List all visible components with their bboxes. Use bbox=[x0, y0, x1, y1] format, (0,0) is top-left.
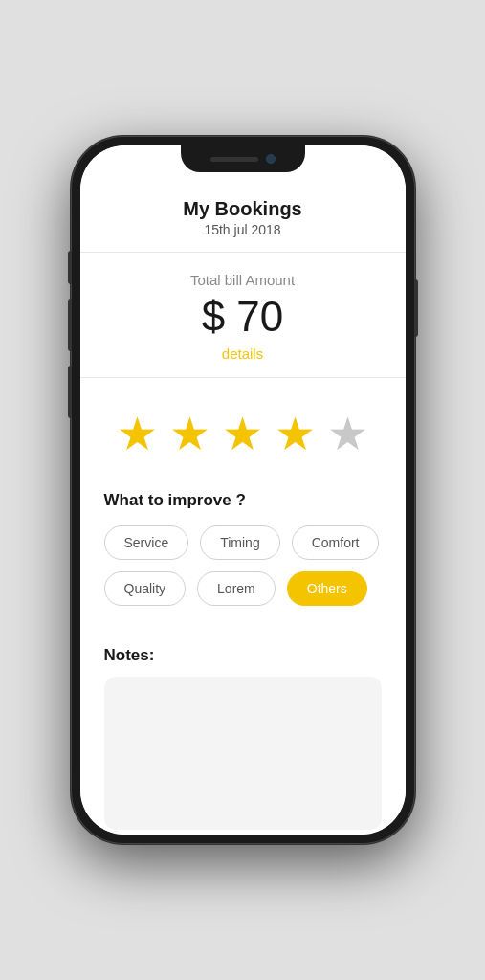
power-button bbox=[414, 279, 418, 337]
phone-screen: My Bookings 15th jul 2018 Total bill Amo… bbox=[80, 145, 406, 835]
page-title: My Bookings bbox=[99, 198, 386, 220]
bill-label: Total bill Amount bbox=[99, 272, 386, 288]
improve-section: What to improve ? Service Timing Comfort… bbox=[80, 486, 406, 636]
details-link[interactable]: details bbox=[222, 345, 263, 362]
star-3[interactable]: ★ bbox=[222, 412, 263, 457]
screen-content: My Bookings 15th jul 2018 Total bill Amo… bbox=[80, 145, 406, 835]
star-1[interactable]: ★ bbox=[117, 412, 158, 457]
tags-row-2: Quality Lorem Others bbox=[104, 571, 382, 606]
volume-down-button bbox=[68, 366, 72, 418]
improve-title: What to improve ? bbox=[104, 491, 382, 510]
bill-section: Total bill Amount $ 70 details bbox=[80, 253, 406, 378]
tag-lorem[interactable]: Lorem bbox=[197, 571, 276, 606]
notes-input[interactable] bbox=[104, 677, 382, 830]
rating-stars[interactable]: ★ ★ ★ ★ ★ bbox=[80, 378, 406, 486]
tag-others[interactable]: Others bbox=[287, 571, 367, 606]
star-5[interactable]: ★ bbox=[327, 412, 368, 457]
mute-button bbox=[68, 251, 72, 284]
tag-timing[interactable]: Timing bbox=[200, 525, 280, 560]
volume-up-button bbox=[68, 299, 72, 351]
booking-date: 15th jul 2018 bbox=[99, 222, 386, 237]
speaker bbox=[210, 157, 258, 162]
bill-amount: $ 70 bbox=[99, 293, 386, 341]
tag-quality[interactable]: Quality bbox=[104, 571, 187, 606]
star-4[interactable]: ★ bbox=[275, 412, 316, 457]
page-header: My Bookings 15th jul 2018 bbox=[80, 179, 406, 253]
front-camera bbox=[266, 154, 276, 164]
notes-label: Notes: bbox=[104, 646, 382, 665]
star-2[interactable]: ★ bbox=[169, 412, 210, 457]
notes-section: Notes: bbox=[80, 636, 406, 835]
tag-service[interactable]: Service bbox=[104, 525, 189, 560]
phone-frame: My Bookings 15th jul 2018 Total bill Amo… bbox=[71, 136, 415, 844]
tags-row-1: Service Timing Comfort bbox=[104, 525, 382, 560]
tag-comfort[interactable]: Comfort bbox=[292, 525, 380, 560]
notch bbox=[181, 145, 305, 172]
